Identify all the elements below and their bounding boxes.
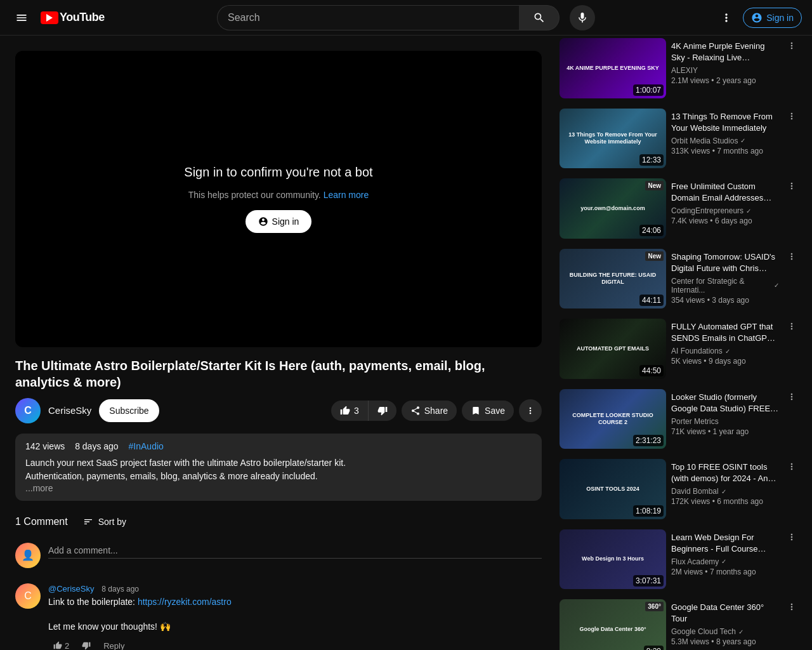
- video-meta: 313K views • 7 months ago: [671, 147, 779, 156]
- sign-in-button[interactable]: Sign in: [743, 8, 802, 28]
- more-actions-button[interactable]: [519, 399, 542, 422]
- save-button[interactable]: Save: [462, 401, 514, 421]
- video-duration: 24:06: [639, 225, 664, 236]
- voice-search-button[interactable]: [570, 5, 595, 30]
- video-title-sidebar: FULLY Automated GPT that SENDS Emails in…: [671, 321, 779, 344]
- search-input[interactable]: [217, 5, 519, 30]
- sidebar-video-item[interactable]: Web Design In 3 Hours 3:07:31 Learn Web …: [557, 527, 802, 592]
- video-overlay-subtitle: This helps protect our community. Learn …: [188, 190, 369, 200]
- sidebar-video-item[interactable]: COMPLETE LOOKER STUDIO COURSE 2 2:31:23 …: [557, 387, 802, 452]
- video-meta: 71K views • 1 year ago: [671, 427, 779, 436]
- video-duration: 2:31:23: [633, 435, 664, 446]
- share-button[interactable]: Share: [402, 401, 457, 421]
- video-channel: ALEXIY: [671, 66, 779, 75]
- video-thumbnail: COMPLETE LOOKER STUDIO COURSE 2 2:31:23: [560, 389, 666, 449]
- video-panel: Sign in to confirm you're not a bot This…: [0, 36, 557, 650]
- sidebar-video-more-button[interactable]: [784, 319, 799, 334]
- verified-icon: ✓: [774, 282, 779, 289]
- search-button[interactable]: [519, 5, 560, 30]
- video-meta: 2.1M views • 2 years ago: [671, 76, 779, 85]
- video-title: The Ultimate Astro Boilerplate/Starter K…: [15, 357, 542, 390]
- video-meta: 2M views • 7 months ago: [671, 567, 779, 576]
- sidebar-video-item[interactable]: 4K ANIME PURPLE EVENING SKY 1:00:07 4K A…: [557, 36, 802, 101]
- sidebar-video-item[interactable]: 13 Things To Remove From Your Website Im…: [557, 106, 802, 171]
- sidebar-video-more-button[interactable]: [784, 38, 799, 53]
- description-box[interactable]: 142 views 8 days ago #InAudio Launch you…: [15, 434, 542, 501]
- boilerplate-link[interactable]: https://ryzekit.com/astro: [138, 597, 232, 607]
- video-info: 4K Anime Purple Evening Sky - Relaxing L…: [671, 38, 779, 98]
- video-duration: 3:07:31: [633, 575, 664, 587]
- channel-name[interactable]: CeriseSky: [48, 405, 91, 416]
- channel-name-sidebar: AI Foundations: [671, 347, 723, 355]
- video-info: Shaping Tomorrow: USAID's Digital Future…: [671, 249, 779, 309]
- video-thumbnail: BUILDING THE FUTURE: USAID DIGITAL 44:11…: [560, 249, 666, 309]
- youtube-logo[interactable]: YouTube: [41, 11, 105, 24]
- sidebar-video-more-button[interactable]: [784, 389, 799, 404]
- channel-name-sidebar: ALEXIY: [671, 66, 698, 75]
- reply-button[interactable]: Reply: [98, 639, 129, 650]
- sidebar-videos: 4K ANIME PURPLE EVENING SKY 1:00:07 4K A…: [557, 36, 802, 650]
- post-date: 8 days ago: [75, 441, 119, 451]
- video-info: Top 10 FREE OSINT tools (with demos) for…: [671, 459, 779, 519]
- sidebar-video-more-button[interactable]: [784, 109, 799, 124]
- video-more-options: [784, 178, 799, 239]
- sidebar-video-more-button[interactable]: [784, 459, 799, 474]
- dislike-button[interactable]: [369, 401, 396, 421]
- sidebar: 4K ANIME PURPLE EVENING SKY 1:00:07 4K A…: [557, 36, 812, 650]
- sidebar-video-more-button[interactable]: [784, 178, 799, 194]
- channel-name-sidebar: Google Cloud Tech: [671, 627, 736, 636]
- video-duration: 12:33: [639, 154, 664, 166]
- comment-input[interactable]: [48, 543, 542, 559]
- video-duration: 44:11: [639, 295, 664, 306]
- view-count: 142 views: [25, 441, 65, 451]
- youtube-logo-text: YouTube: [60, 11, 105, 24]
- verified-icon: ✓: [725, 348, 730, 355]
- sidebar-video-more-button[interactable]: [784, 249, 799, 264]
- header-center: [142, 5, 670, 30]
- description-more[interactable]: ...more: [25, 483, 532, 493]
- sidebar-video-more-button[interactable]: [784, 599, 799, 614]
- sign-in-video-button[interactable]: Sign in: [246, 210, 312, 233]
- video-thumbnail: OSINT TOOLS 2024 1:08:19: [560, 459, 666, 519]
- comment-like-button[interactable]: 2: [48, 639, 74, 650]
- commenter-username[interactable]: @CeriseSky: [48, 584, 94, 594]
- sidebar-video-item[interactable]: BUILDING THE FUTURE: USAID DIGITAL 44:11…: [557, 246, 802, 312]
- verified-icon: ✓: [721, 488, 726, 495]
- sidebar-video-item[interactable]: OSINT TOOLS 2024 1:08:19 Top 10 FREE OSI…: [557, 456, 802, 522]
- video-badge: 360°: [645, 602, 664, 611]
- like-button[interactable]: 3: [331, 401, 369, 421]
- search-box: [217, 5, 560, 30]
- sort-by-button[interactable]: Sort by: [83, 517, 126, 527]
- subscribe-button[interactable]: Subscribe: [99, 399, 159, 422]
- header-right: Sign in: [675, 6, 802, 29]
- video-thumbnail: 13 Things To Remove From Your Website Im…: [560, 109, 666, 169]
- comment-header: @CeriseSky 8 days ago: [48, 583, 542, 594]
- verified-icon: ✓: [746, 208, 751, 215]
- video-title-sidebar: Learn Web Design For Beginners - Full Co…: [671, 532, 779, 555]
- video-title-sidebar: Shaping Tomorrow: USAID's Digital Future…: [671, 251, 779, 274]
- video-more-options: [784, 319, 799, 379]
- learn-more-link[interactable]: Learn more: [324, 190, 369, 200]
- verified-icon: ✓: [740, 137, 745, 144]
- video-duration: 1:08:19: [633, 505, 664, 517]
- add-comment-row: 👤: [15, 543, 542, 568]
- more-options-button[interactable]: [715, 6, 738, 29]
- comment-dislike-button[interactable]: [77, 639, 96, 650]
- sidebar-video-item[interactable]: Google Data Center 360° 8:29 360° Google…: [557, 597, 802, 650]
- video-overlay: Sign in to confirm you're not a bot This…: [184, 165, 372, 233]
- video-channel: Orbit Media Studios ✓: [671, 136, 779, 145]
- menu-button[interactable]: [10, 6, 33, 29]
- comment-body: @CeriseSky 8 days ago Link to the boiler…: [48, 583, 542, 650]
- video-info: 13 Things To Remove From Your Website Im…: [671, 109, 779, 169]
- sidebar-video-more-button[interactable]: [784, 529, 799, 545]
- video-channel: Google Cloud Tech ✓: [671, 627, 779, 636]
- channel-name-sidebar: Orbit Media Studios: [671, 136, 738, 145]
- video-title-sidebar: Google Data Center 360° Tour: [671, 602, 779, 625]
- sidebar-video-item[interactable]: AUTOMATED GPT EMAILS 44:50 FULLY Automat…: [557, 316, 802, 381]
- header-left: YouTube: [10, 6, 137, 29]
- sidebar-video-item[interactable]: your.own@domain.com 24:06 New Free Unlim…: [557, 176, 802, 241]
- commenter-avatar: C: [15, 583, 41, 609]
- video-meta: 5K views • 9 days ago: [671, 357, 779, 366]
- channel-name-sidebar: CodingEntrepreneurs: [671, 206, 743, 215]
- video-info: Google Data Center 360° Tour Google Clou…: [671, 599, 779, 650]
